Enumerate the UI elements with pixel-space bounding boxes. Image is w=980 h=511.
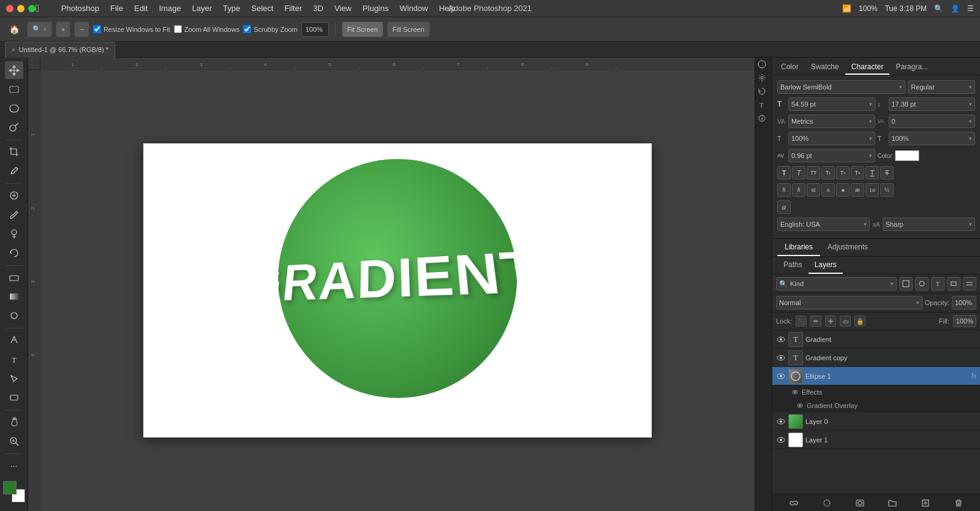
menu-view[interactable]: View — [330, 2, 356, 14]
kerning-input[interactable]: 0 ▾ — [889, 115, 976, 128]
color-swatches[interactable] — [3, 481, 25, 502]
tab-layers[interactable]: Layers — [809, 257, 843, 274]
history-icon[interactable] — [755, 85, 769, 98]
opacity-input[interactable]: 100% — [952, 296, 976, 309]
quick-selection-tool[interactable] — [5, 118, 23, 136]
gradient-tool[interactable] — [5, 288, 23, 306]
tab-adjustments[interactable]: Adjustments — [820, 239, 875, 256]
layer-visibility-layer1[interactable] — [776, 435, 786, 445]
scrubby-zoom-checkbox[interactable]: Scrubby Zoom — [243, 25, 298, 33]
italic-button[interactable]: T — [792, 166, 805, 180]
allcaps-button[interactable]: TT — [807, 166, 820, 180]
layer-visibility-layer0[interactable] — [776, 417, 786, 426]
old-style-button[interactable]: st — [807, 183, 820, 197]
layer-visibility-gradient-copy[interactable] — [776, 353, 786, 363]
pen-tool[interactable] — [5, 331, 23, 349]
layer-visibility-gradient[interactable] — [776, 335, 786, 344]
tab-swatches[interactable]: Swatche — [805, 60, 845, 75]
layer-item-gradient-copy[interactable]: T Gradient copy — [772, 349, 980, 367]
menu-3d[interactable]: 3D — [308, 2, 328, 14]
zoom-level-display[interactable]: 100% — [301, 22, 329, 37]
apple-icon[interactable]:  — [36, 3, 39, 14]
tab-color[interactable]: Color — [775, 60, 805, 75]
filter-smart-button[interactable] — [963, 277, 976, 290]
add-folder-button[interactable] — [886, 496, 899, 510]
menu-photoshop[interactable]: Photoshop — [56, 2, 104, 14]
zoom-in-button[interactable]: + — [56, 21, 70, 37]
smallcaps-button[interactable]: Tr — [821, 166, 835, 180]
discretionary-lig-button[interactable]: fi — [792, 183, 805, 197]
layer-item-layer1[interactable]: Layer 1 — [772, 431, 980, 449]
menu-filter[interactable]: Filter — [279, 2, 307, 14]
zoom-tool-button[interactable] — [5, 433, 23, 450]
menu-window[interactable]: Window — [394, 2, 432, 14]
ordinals-button[interactable]: ā — [821, 183, 835, 197]
lock-all-button[interactable]: 🔒 — [854, 316, 865, 327]
resize-windows-checkbox[interactable]: Resize Windows to Fit — [93, 25, 170, 33]
leading-input[interactable]: 17.38 pt ▾ — [889, 97, 976, 111]
lock-artboard-button[interactable]: ▭ — [840, 316, 851, 327]
clone-stamp-tool[interactable] — [5, 225, 23, 243]
strikethrough-button[interactable]: T — [880, 166, 894, 180]
gradient-overlay-visibility[interactable] — [796, 401, 804, 410]
fill-input[interactable]: 100% — [953, 315, 976, 327]
fractions-button[interactable]: ½ — [880, 183, 894, 197]
rectangular-marquee-tool[interactable] — [5, 80, 23, 98]
layer-item-ellipse1[interactable]: Ellipse 1 fx — [772, 367, 980, 385]
font-style-select[interactable]: Regular ▾ — [908, 80, 975, 94]
filter-shape-button[interactable] — [947, 277, 960, 290]
tab-paragraph[interactable]: Paragra... — [889, 60, 934, 75]
effects-visibility[interactable] — [791, 388, 799, 396]
document-tab[interactable]: × Untitled-1 @ 66.7% (RGB/8) * — [5, 42, 115, 58]
filter-type-button[interactable]: T — [931, 277, 944, 290]
font-size-input[interactable]: 54.59 pt ▾ — [788, 97, 875, 111]
zoom-all-windows-checkbox[interactable]: Zoom All Windows — [174, 25, 239, 33]
add-link-button[interactable] — [787, 496, 801, 510]
font-family-select[interactable]: Barlow SemiBold ▾ — [777, 80, 905, 94]
contextual-alt-button[interactable]: a — [777, 200, 791, 214]
delete-layer-button[interactable] — [952, 496, 965, 510]
filter-adjustment-button[interactable] — [915, 277, 929, 290]
path-selection-tool[interactable] — [5, 369, 23, 387]
add-layer-button[interactable] — [919, 496, 932, 510]
menu-file[interactable]: File — [105, 2, 128, 14]
dodge-tool[interactable] — [5, 307, 23, 325]
menu-icon[interactable]: ☰ — [967, 4, 974, 13]
tab-close-button[interactable]: × — [12, 47, 15, 53]
layer-fx-badge[interactable]: fx — [971, 373, 976, 379]
user-icon[interactable]: 👤 — [951, 4, 960, 13]
language-select[interactable]: English: USA ▾ — [777, 218, 870, 231]
bold-button[interactable]: T — [777, 166, 791, 180]
filter-pixel-button[interactable] — [899, 277, 913, 290]
menu-plugins[interactable]: Plugins — [358, 2, 394, 14]
add-adjustment-button[interactable] — [820, 496, 834, 510]
layer-item-layer0[interactable]: Layer 0 — [772, 412, 980, 431]
tracking-select[interactable]: Metrics ▾ — [788, 115, 875, 128]
brush-tool[interactable] — [5, 206, 23, 224]
lock-transparency-button[interactable]: ⬛ — [796, 316, 807, 327]
settings-icon[interactable] — [755, 71, 769, 85]
add-mask-button[interactable] — [853, 496, 867, 510]
history-brush-tool[interactable] — [5, 244, 23, 262]
foreground-color-swatch[interactable] — [3, 481, 17, 494]
layer-visibility-ellipse1[interactable] — [776, 371, 786, 381]
tab-libraries[interactable]: Libraries — [777, 239, 820, 256]
scale-h-input[interactable]: 100% ▾ — [788, 132, 875, 145]
zoom-tool-options[interactable]: 🔍 ▾ — [27, 21, 52, 37]
menu-image[interactable]: Image — [154, 2, 186, 14]
shape-tool[interactable] — [5, 388, 23, 406]
scale-v-input[interactable]: 100% ▾ — [889, 132, 976, 145]
move-tool[interactable] — [5, 61, 23, 79]
home-button[interactable]: 🏠 — [5, 20, 23, 39]
fill-screen-button[interactable]: Fill Screen — [387, 21, 430, 37]
eraser-tool[interactable] — [5, 268, 23, 286]
text-color-swatch[interactable] — [895, 150, 919, 161]
eyedropper-tool[interactable] — [5, 162, 23, 180]
ordinal-button[interactable]: 1st — [865, 183, 879, 197]
gradient-overlay-item[interactable]: Gradient Overlay — [787, 399, 980, 412]
superscript-button[interactable]: Ts — [836, 166, 850, 180]
close-button[interactable] — [6, 5, 13, 12]
zoom-out-button[interactable]: − — [74, 21, 89, 37]
maximize-button[interactable] — [28, 5, 36, 12]
titling-button[interactable]: æ — [851, 183, 864, 197]
